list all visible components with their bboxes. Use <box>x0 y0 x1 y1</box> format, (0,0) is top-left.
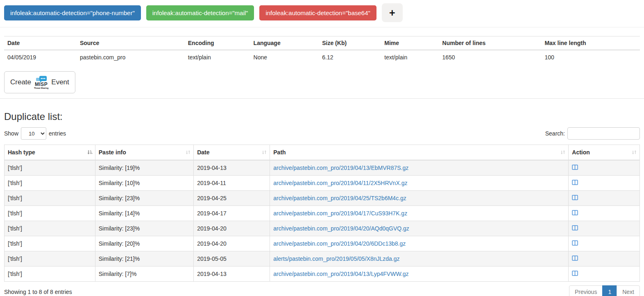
pagination-previous[interactable]: Previous <box>569 285 603 296</box>
path-link[interactable]: archive/pastebin.com_pro/2019/04/13/EbMV… <box>273 165 408 171</box>
meta-header-size: Size (Kb) <box>319 36 381 50</box>
meta-header-max-line-length: Max line length <box>541 36 640 50</box>
paste-info-cell: Similarity: [7]% <box>95 267 193 282</box>
create-misp-event-button[interactable]: Create MISP Threat Sharing Event <box>4 71 75 93</box>
table-row: ['tlsh'] Similarity: [23]% 2019-04-20 ar… <box>5 221 640 236</box>
pagination-page-1[interactable]: 1 <box>603 285 617 296</box>
pagination-previous-label[interactable]: Previous <box>569 285 603 296</box>
add-tag-button[interactable]: + <box>382 3 403 22</box>
meta-value-size: 6.12 <box>319 50 381 65</box>
misp-chat-bubbles-logo: MISP Threat Sharing <box>34 76 48 89</box>
table-row: ['tlsh'] Similarity: [20]% 2019-04-20 ar… <box>5 236 640 251</box>
meta-header-source: Source <box>77 36 185 50</box>
col-header-hash-type[interactable]: Hash type <box>5 145 95 160</box>
pagination-next-label[interactable]: Next <box>617 285 640 296</box>
table-row: ['tlsh'] Similarity: [19]% 2019-04-13 ar… <box>5 160 640 176</box>
hash-type-cell: ['tlsh'] <box>5 206 95 221</box>
table-info: Showing 1 to 8 of 8 entries <box>4 289 72 295</box>
date-cell: 2019-04-20 <box>194 236 270 251</box>
open-duplicate-button[interactable] <box>572 165 578 170</box>
action-cell <box>569 176 640 191</box>
open-duplicate-button[interactable] <box>572 240 578 246</box>
misp-logo-subtext: Threat Sharing <box>34 87 48 89</box>
col-header-path[interactable]: Path <box>270 145 569 160</box>
path-link[interactable]: archive/pastebin.com_pro/2019/04/25/TS2b… <box>273 195 406 201</box>
col-header-date[interactable]: Date <box>194 145 270 160</box>
meta-value-encoding: text/plain <box>185 50 250 65</box>
create-label-prefix: Create <box>10 78 31 86</box>
tags-divider <box>0 27 644 27</box>
open-duplicate-button[interactable] <box>572 210 578 215</box>
path-link[interactable]: alerts/pastebin.com_pro/2019/05/05/X8nJL… <box>273 255 399 262</box>
date-cell: 2019-04-20 <box>194 221 270 236</box>
create-label-suffix: Event <box>51 78 69 86</box>
hash-type-cell: ['tlsh'] <box>5 267 95 282</box>
action-cell <box>569 191 640 206</box>
tag-mail[interactable]: infoleak:automatic-detection="mail" <box>146 5 254 20</box>
path-cell: archive/pastebin.com_pro/2019/04/25/TS2b… <box>270 191 569 206</box>
show-label: Show <box>4 130 18 137</box>
columns-icon <box>572 210 578 215</box>
action-cell <box>569 236 640 251</box>
col-header-paste-info[interactable]: Paste info <box>95 145 193 160</box>
meta-value-date: 04/05/2019 <box>4 50 77 65</box>
sort-amount-asc-icon <box>87 149 93 155</box>
columns-icon <box>572 165 578 170</box>
sort-both-icon <box>185 149 191 155</box>
duplicate-table-header-row: Hash type Paste info <box>5 145 640 160</box>
col-header-label: Date <box>197 149 209 156</box>
meta-header-date: Date <box>4 36 77 50</box>
paste-info-cell: Similarity: [23]% <box>95 191 193 206</box>
open-duplicate-button[interactable] <box>572 255 578 261</box>
path-cell: archive/pastebin.com_pro/2019/04/20/AQd0… <box>270 221 569 236</box>
date-cell: 2019-04-25 <box>194 191 270 206</box>
tag-base64[interactable]: infoleak:automatic-detection="base64" <box>259 5 376 20</box>
paste-info-cell: Similarity: [19]% <box>95 160 193 176</box>
page-length-select[interactable]: 10 <box>21 127 46 140</box>
search-input[interactable] <box>567 127 640 140</box>
paste-info-cell: Similarity: [20]% <box>95 236 193 251</box>
paste-info-cell: Similarity: [14]% <box>95 206 193 221</box>
section-divider <box>0 98 644 99</box>
open-duplicate-button[interactable] <box>572 271 578 276</box>
sort-both-icon <box>261 149 267 155</box>
col-header-action[interactable]: Action <box>569 145 640 160</box>
pagination-next[interactable]: Next <box>617 285 640 296</box>
path-link[interactable]: archive/pastebin.com_pro/2019/04/20/AQd0… <box>273 225 409 232</box>
hash-type-cell: ['tlsh'] <box>5 191 95 206</box>
path-link[interactable]: archive/pastebin.com_pro/2019/04/11/2X5H… <box>273 180 407 186</box>
paste-view-page: infoleak:automatic-detection="phone-numb… <box>0 0 644 296</box>
meta-value-language: None <box>250 50 319 65</box>
action-cell <box>569 206 640 221</box>
meta-value-mime: text/plain <box>381 50 439 65</box>
open-duplicate-button[interactable] <box>572 195 578 200</box>
page-length-control: Show 10 entries <box>4 127 66 140</box>
path-link[interactable]: archive/pastebin.com_pro/2019/04/17/CuS9… <box>273 210 407 217</box>
columns-icon <box>572 271 578 276</box>
col-header-label: Action <box>572 149 590 156</box>
date-cell: 2019-04-13 <box>194 160 270 176</box>
paste-metadata-table: Date Source Encoding Language Size (Kb) … <box>4 36 640 65</box>
metadata-header-row: Date Source Encoding Language Size (Kb) … <box>4 36 640 50</box>
table-row: ['tlsh'] Similarity: [10]% 2019-04-11 ar… <box>5 176 640 191</box>
columns-icon <box>572 240 578 246</box>
meta-header-lines: Number of lines <box>439 36 542 50</box>
path-cell: archive/pastebin.com_pro/2019/04/13/EbMV… <box>270 160 569 176</box>
path-link[interactable]: archive/pastebin.com_pro/2019/04/13/Lyp4… <box>273 271 408 277</box>
action-cell <box>569 221 640 236</box>
tag-phone-number[interactable]: infoleak:automatic-detection="phone-numb… <box>4 5 141 20</box>
meta-header-mime: Mime <box>381 36 439 50</box>
open-duplicate-button[interactable] <box>572 180 578 185</box>
col-header-label: Paste info <box>99 149 126 156</box>
path-cell: archive/pastebin.com_pro/2019/04/11/2X5H… <box>270 176 569 191</box>
path-cell: archive/pastebin.com_pro/2019/04/13/Lyp4… <box>270 267 569 282</box>
meta-value-lines: 1650 <box>439 50 542 65</box>
search-label: Search: <box>545 130 565 137</box>
datatable-footer: Showing 1 to 8 of 8 entries Previous 1 N… <box>4 285 640 296</box>
path-link[interactable]: archive/pastebin.com_pro/2019/04/20/6DDc… <box>273 240 406 247</box>
pagination-page-1-label[interactable]: 1 <box>602 285 617 296</box>
open-duplicate-button[interactable] <box>572 225 578 230</box>
path-cell: archive/pastebin.com_pro/2019/04/17/CuS9… <box>270 206 569 221</box>
date-cell: 2019-04-11 <box>194 176 270 191</box>
hash-type-cell: ['tlsh'] <box>5 236 95 251</box>
